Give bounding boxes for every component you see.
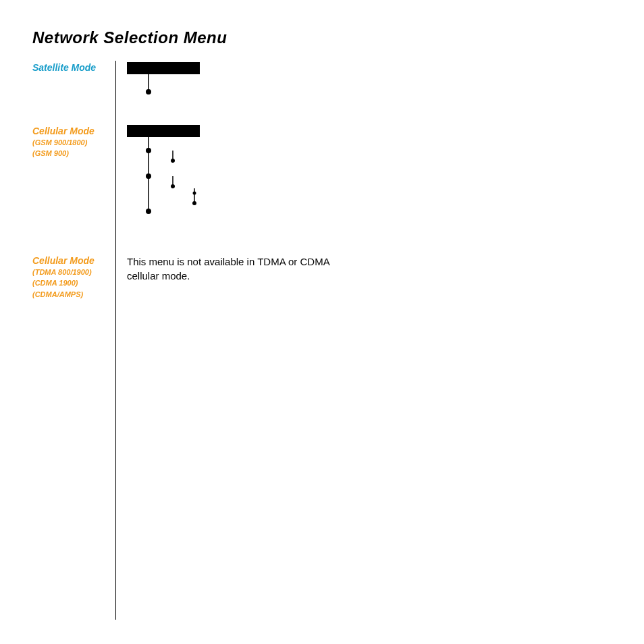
svg-rect-3 bbox=[127, 125, 200, 137]
satellite-tree-icon bbox=[127, 61, 208, 101]
cellular-diagram bbox=[127, 124, 235, 232]
svg-point-8 bbox=[146, 173, 151, 179]
page-title: Network Selection Menu bbox=[32, 28, 227, 47]
cellular-tdma-section: Cellular Mode (TDMA 800/1900) (CDMA 1900… bbox=[32, 255, 95, 299]
svg-rect-0 bbox=[127, 62, 200, 74]
content-area: Satellite Mode Cellular Mode (GSM 900/18… bbox=[32, 61, 613, 621]
cellular-tree-icon bbox=[127, 124, 235, 232]
cellular-tdma-sub1: (TDMA 800/1900) bbox=[32, 267, 95, 277]
svg-point-10 bbox=[171, 184, 175, 188]
cellular-gsm-label: Cellular Mode bbox=[32, 126, 95, 136]
satellite-mode-label: Satellite Mode bbox=[32, 62, 96, 73]
svg-point-5 bbox=[146, 148, 151, 153]
satellite-mode-section: Satellite Mode bbox=[32, 62, 96, 73]
body-text: This menu is not available in TDMA or CD… bbox=[127, 254, 343, 283]
cellular-tdma-label: Cellular Mode bbox=[32, 255, 95, 266]
cellular-gsm-sub1: (GSM 900/1800) bbox=[32, 138, 95, 147]
cellular-gsm-section: Cellular Mode (GSM 900/1800) (GSM 900) bbox=[32, 126, 95, 159]
svg-point-14 bbox=[146, 209, 151, 214]
svg-point-2 bbox=[146, 89, 151, 95]
cellular-tdma-sub2: (CDMA 1900) bbox=[32, 278, 95, 288]
satellite-diagram bbox=[127, 61, 208, 101]
svg-point-7 bbox=[171, 159, 175, 163]
svg-point-12 bbox=[192, 201, 196, 205]
svg-point-13 bbox=[193, 192, 196, 195]
cellular-gsm-sub2: (GSM 900) bbox=[32, 149, 95, 158]
cellular-tdma-sub3: (CDMA/AMPS) bbox=[32, 290, 95, 299]
divider-line bbox=[115, 61, 116, 620]
